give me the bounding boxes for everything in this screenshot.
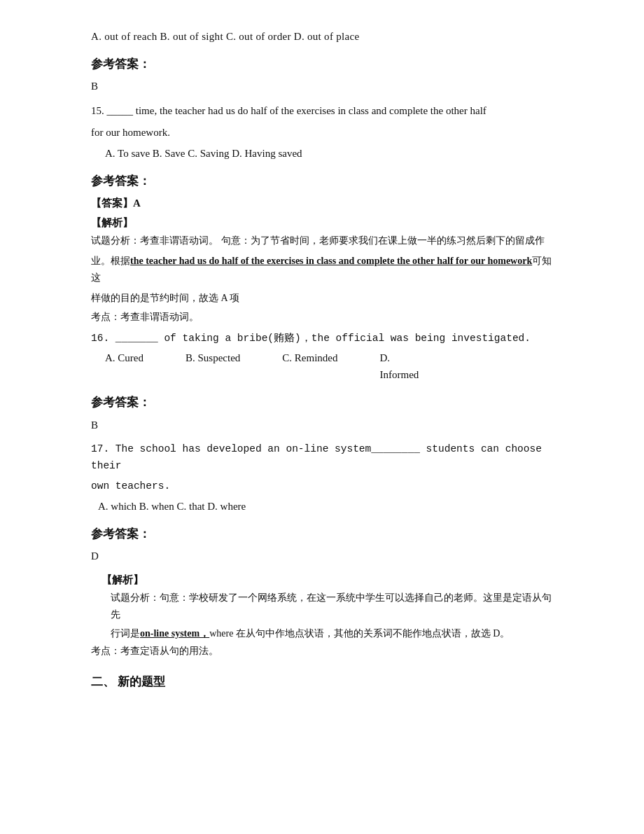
q15-answer-label: 【答案】A — [91, 195, 553, 211]
q15-ref-label: 参考答案： — [91, 172, 553, 190]
q17-ref-label: 参考答案： — [91, 524, 553, 543]
q17-options: A. which B. when C. that D. where — [91, 498, 553, 515]
q17-analysis-line2: 行词是on-line system，where 在从句中作地点状语，其他的关系词… — [91, 625, 553, 643]
q15-analysis-line3: 样做的目的是节约时间，故选 A 项 — [91, 290, 553, 307]
q15-analysis-label: 【解析】 — [91, 214, 553, 231]
q16-answer: B — [91, 417, 553, 433]
q14-answer: B — [91, 78, 553, 95]
q14-options: A. out of reach B. out of sight C. out o… — [91, 28, 553, 45]
q14-block: A. out of reach B. out of sight C. out o… — [91, 28, 553, 95]
section2-title: 二、 新的题型 — [91, 672, 553, 691]
q17-analysis-line2-suffix: where 在从句中作地点状语，其他的关系词不能作地点状语，故选 D。 — [209, 628, 510, 639]
q16-opt-d: D.Informed — [380, 349, 419, 383]
q16-text1: 16. _______ of taking a bribe(贿赂)，the of… — [91, 330, 553, 347]
q15-block: 15. _____ time, the teacher had us do ha… — [91, 102, 553, 326]
q17-answer: D — [91, 548, 553, 564]
q16-opt-a: A. Cured — [105, 349, 144, 383]
q15-analysis-line1: 试题分析：考查非谓语动词。 句意：为了节省时间，老师要求我们在课上做一半的练习然… — [91, 232, 553, 250]
q16-opt-b: B. Suspected — [186, 349, 240, 383]
q16-ref-label: 参考答案： — [91, 393, 553, 412]
q16-options: A. Cured B. Suspected C. Reminded D.Info… — [91, 349, 553, 383]
q17-analysis-line1: 试题分析：句意：学校研发了一个网络系统，在这一系统中学生可以选择自己的老师。这里… — [91, 590, 553, 624]
q16-opt-c: C. Reminded — [282, 349, 337, 383]
q15-analysis-bold: the teacher had us do half of the exerci… — [130, 256, 532, 266]
q17-text2: own teachers. — [91, 478, 553, 495]
q15-analysis-line2-prefix: 业。根据 — [91, 256, 130, 266]
q15-text2: for our homework. — [91, 123, 553, 142]
q16-block: 16. _______ of taking a bribe(贿赂)，the of… — [91, 330, 553, 433]
q17-keypoint: 考点：考查定语从句的用法。 — [91, 644, 553, 659]
q17-text1: 17. The school has developed an on-line … — [91, 440, 553, 475]
q17-analysis-line2-prefix: 行词是 — [111, 628, 140, 639]
q17-analysis-label: 【解析】 — [91, 571, 553, 588]
q14-ref-label: 参考答案： — [91, 55, 553, 74]
q17-block: 17. The school has developed an on-line … — [91, 440, 553, 660]
q15-text1: 15. _____ time, the teacher had us do ha… — [91, 102, 553, 120]
q15-options: A. To save B. Save C. Saving D. Having s… — [91, 145, 553, 162]
q15-keypoint: 考点：考查非谓语动词。 — [91, 310, 553, 325]
q15-analysis-line2: 业。根据the teacher had us do half of the ex… — [91, 253, 553, 287]
q17-analysis-bold: on-line system， — [140, 628, 209, 639]
